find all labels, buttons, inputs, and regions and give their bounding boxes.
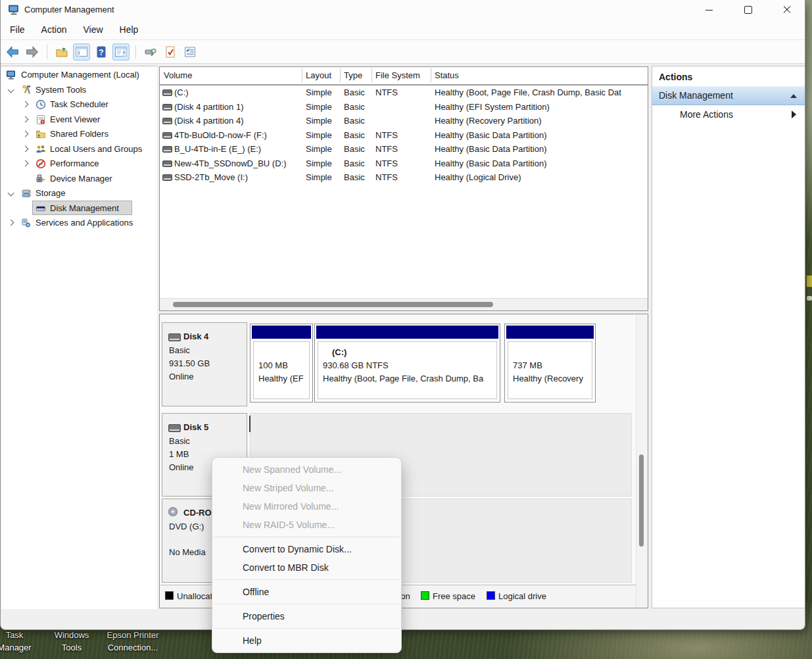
menu-item-help[interactable]: Help — [212, 631, 401, 650]
help-button[interactable]: ? — [93, 43, 110, 61]
menu-item-new-mirrored-volume[interactable]: New Mirrored Volume... — [212, 497, 401, 516]
volume-row-disk4-p1[interactable]: (Disk 4 partition 1) Simple Basic Health… — [160, 100, 648, 114]
performance-icon — [36, 159, 46, 169]
disk4-label-panel[interactable]: Disk 4 Basic 931.50 GB Online — [162, 322, 247, 406]
maximize-icon — [744, 6, 752, 14]
drive-scan-icon — [144, 45, 157, 59]
toolbar: ? — [1, 40, 805, 64]
volume-row-d[interactable]: New-4Tb_SSDnowD_BU (D:) Simple Basic NTF… — [160, 157, 648, 170]
task-list-button[interactable] — [181, 43, 199, 61]
menu-item-new-spanned-volume[interactable]: New Spanned Volume... — [212, 460, 401, 479]
forward-button[interactable] — [24, 43, 41, 61]
close-button[interactable] — [772, 0, 802, 20]
tools-icon — [21, 85, 32, 95]
console-tree-pane: Computer Management (Local) System Tools… — [1, 66, 157, 609]
tree-item-local-users-groups[interactable]: Local Users and Groups — [1, 142, 157, 157]
column-header-status[interactable]: Status — [435, 70, 459, 80]
tree-item-system-tools[interactable]: System Tools — [1, 83, 157, 97]
menu-separator — [214, 537, 400, 537]
column-header-layout[interactable]: Layout — [306, 70, 331, 80]
menu-view[interactable]: View — [80, 23, 105, 36]
column-header-volume[interactable]: Volume — [164, 70, 192, 80]
actions-header: Actions — [659, 72, 692, 82]
rescan-disks-button[interactable] — [142, 43, 159, 61]
actions-group-disk-management[interactable]: Disk Management — [652, 86, 805, 105]
tree-item-event-viewer[interactable]: Event Viewer — [1, 112, 157, 127]
back-arrow-icon — [5, 45, 20, 59]
menu-item-new-striped-volume[interactable]: New Striped Volume... — [212, 479, 401, 497]
menu-item-offline[interactable]: Offline — [212, 583, 401, 601]
back-button[interactable] — [4, 43, 21, 61]
volume-row-e[interactable]: B_U-4Tb-in-E (E_) (E:) Simple Basic NTFS… — [160, 142, 648, 156]
horizontal-scrollbar-thumb[interactable] — [173, 302, 493, 307]
expand-chevron-icon[interactable] — [8, 220, 14, 226]
partition-c[interactable]: (C:) 930.68 GB NTFS Healthy (Boot, Page … — [314, 324, 500, 403]
menu-bar: File Action View Help — [1, 20, 805, 40]
tree-item-shared-folders[interactable]: Shared Folders — [1, 127, 157, 141]
expand-chevron-icon[interactable] — [22, 116, 29, 123]
desktop-icon-task-manager[interactable]: Task Manager — [0, 629, 39, 654]
action-pane-toggle-button[interactable] — [112, 43, 130, 61]
menu-item-new-raid5-volume[interactable]: New RAID-5 Volume... — [212, 516, 401, 534]
expand-chevron-icon[interactable] — [22, 160, 29, 167]
menu-item-convert-to-dynamic-disk[interactable]: Convert to Dynamic Disk... — [212, 540, 401, 558]
tree-item-device-manager[interactable]: Device Manager — [1, 172, 157, 186]
tree-item-storage[interactable]: Storage — [1, 186, 157, 201]
vertical-scrollbar[interactable] — [636, 315, 647, 608]
partition-efi[interactable]: 100 MB Healthy (EF — [250, 324, 313, 403]
desktop-edge-icon[interactable] — [806, 275, 812, 287]
help-icon: ? — [95, 45, 108, 59]
partition-info: 737 MB Healthy (Recovery — [508, 341, 592, 399]
folder-up-icon — [55, 45, 68, 59]
collapse-chevron-icon[interactable] — [8, 190, 14, 197]
toolbar-separator — [47, 45, 47, 59]
actions-pane: Actions Disk Management More Actions — [652, 66, 805, 608]
menu-file[interactable]: File — [7, 23, 28, 36]
collapse-chevron-icon[interactable] — [8, 87, 14, 93]
desktop-icon-epson-printer[interactable]: Epson Printer Connection... — [99, 629, 167, 654]
more-actions-item[interactable]: More Actions — [652, 105, 805, 125]
menu-separator — [214, 579, 400, 580]
tree-item-disk-management[interactable]: Disk Management — [1, 201, 157, 216]
volume-row-c[interactable]: (C:) Simple Basic NTFS Healthy (Boot, Pa… — [160, 85, 648, 99]
volume-row-f[interactable]: 4Tb-BuOld-D-now-F (F:) Simple Basic NTFS… — [160, 128, 648, 142]
desktop-edge-icon-label — [807, 296, 812, 301]
expand-chevron-icon[interactable] — [22, 146, 29, 153]
volume-table-header: Volume Layout Type File System Status — [160, 67, 648, 85]
minimize-button[interactable] — [694, 0, 725, 20]
title-bar: Computer Management — [1, 0, 805, 20]
check-document-button[interactable] — [162, 43, 179, 61]
volume-list-pane: Volume Layout Type File System Status (C… — [159, 66, 648, 311]
menu-item-properties[interactable]: Properties — [212, 607, 401, 625]
desktop-icon-windows-tools[interactable]: Windows Tools — [46, 629, 97, 654]
menu-item-convert-to-mbr-disk[interactable]: Convert to MBR Disk — [212, 558, 401, 577]
volume-row-disk4-p4[interactable]: (Disk 4 partition 4) Simple Basic Health… — [160, 114, 648, 128]
tree-item-performance[interactable]: Performance — [1, 157, 157, 171]
up-level-button[interactable] — [53, 43, 70, 61]
maximize-button[interactable] — [733, 0, 763, 20]
forward-arrow-icon — [25, 45, 39, 59]
menu-help[interactable]: Help — [117, 23, 141, 36]
console-tree-toggle-button[interactable] — [73, 43, 90, 61]
collapse-caret-icon[interactable] — [790, 94, 797, 98]
storage-icon — [21, 188, 32, 199]
submenu-arrow-icon — [792, 110, 796, 118]
expand-chevron-icon[interactable] — [22, 101, 29, 108]
app-icon — [8, 4, 20, 16]
clock-icon — [36, 99, 46, 110]
tree-item-computer-management[interactable]: Computer Management (Local) — [1, 68, 157, 82]
volume-icon — [162, 160, 172, 167]
horizontal-scrollbar[interactable] — [160, 298, 648, 310]
volume-row-i[interactable]: SSD-2Tb_Move (I:) Simple Basic NTFS Heal… — [160, 170, 648, 184]
task-list-icon — [183, 45, 197, 59]
tree-item-task-scheduler[interactable]: Task Scheduler — [1, 97, 157, 112]
expand-chevron-icon[interactable] — [22, 131, 29, 137]
tree-item-services-applications[interactable]: Services and Applications — [1, 216, 157, 230]
volume-icon — [162, 89, 172, 96]
menu-action[interactable]: Action — [39, 23, 70, 36]
vertical-scrollbar-thumb[interactable] — [639, 454, 644, 547]
column-header-type[interactable]: Type — [344, 70, 362, 80]
partition-type-bar — [506, 326, 594, 339]
partition-recovery[interactable]: 737 MB Healthy (Recovery — [504, 324, 596, 403]
column-header-file-system[interactable]: File System — [375, 70, 420, 80]
